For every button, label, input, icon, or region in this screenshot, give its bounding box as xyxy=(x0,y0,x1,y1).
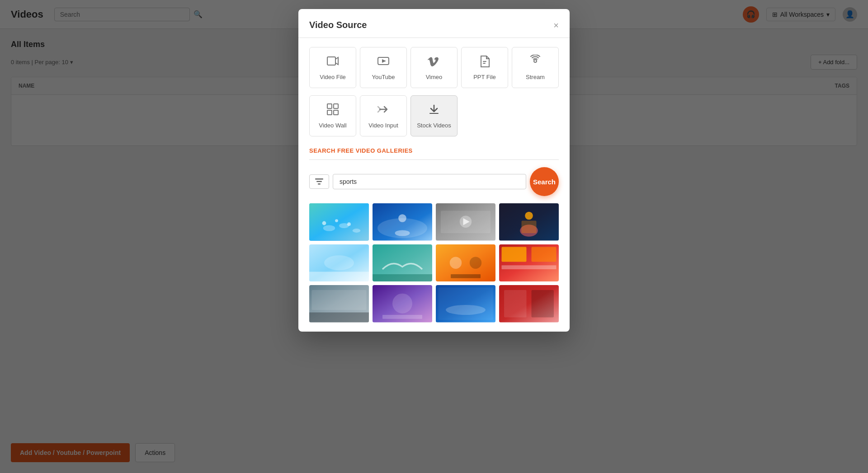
source-item-video-input-label: Video Input xyxy=(368,122,398,129)
video-thumb-2[interactable] xyxy=(373,203,432,241)
svg-point-34 xyxy=(324,255,354,270)
video-results-grid xyxy=(309,203,559,323)
source-grid-row1: Video File YouTube xyxy=(309,47,559,88)
divider xyxy=(309,159,559,160)
svg-rect-40 xyxy=(451,274,481,278)
modal-header: Video Source × xyxy=(298,9,570,38)
svg-rect-44 xyxy=(502,265,557,269)
gallery-search-input[interactable] xyxy=(333,174,526,189)
search-bar: Search xyxy=(309,167,559,196)
video-thumb-3[interactable] xyxy=(436,203,495,241)
svg-point-39 xyxy=(470,257,481,268)
svg-rect-11 xyxy=(316,181,322,183)
svg-rect-7 xyxy=(327,110,332,115)
ppt-file-icon xyxy=(478,55,491,70)
svg-rect-10 xyxy=(315,178,323,180)
svg-rect-13 xyxy=(309,203,369,241)
svg-point-18 xyxy=(335,219,338,222)
video-thumb-4[interactable] xyxy=(499,203,559,241)
svg-rect-6 xyxy=(334,104,338,108)
video-thumb-11[interactable] xyxy=(436,285,495,323)
video-wall-icon xyxy=(326,103,339,118)
vimeo-icon xyxy=(428,55,440,70)
svg-rect-9 xyxy=(429,113,439,114)
svg-rect-52 xyxy=(439,288,493,320)
video-thumb-5[interactable] xyxy=(309,244,369,282)
modal-close-button[interactable]: × xyxy=(553,21,559,30)
modal-title: Video Source xyxy=(309,20,367,30)
stock-videos-icon xyxy=(428,103,440,118)
search-button[interactable]: Search xyxy=(530,167,559,196)
svg-point-19 xyxy=(347,222,351,226)
svg-rect-5 xyxy=(327,104,332,108)
video-source-modal: Video Source × Video File xyxy=(298,9,570,332)
video-thumb-1[interactable] xyxy=(309,203,369,241)
svg-rect-55 xyxy=(504,290,527,318)
source-item-video-wall[interactable]: Video Wall xyxy=(309,95,356,136)
source-item-youtube[interactable]: YouTube xyxy=(360,47,407,88)
video-input-icon xyxy=(377,103,390,118)
svg-rect-8 xyxy=(334,110,338,115)
svg-point-16 xyxy=(353,229,361,233)
source-item-stock-videos[interactable]: Stock Videos xyxy=(410,95,458,136)
modal-body: Video File YouTube xyxy=(298,38,570,332)
modal-overlay[interactable]: Video Source × Video File xyxy=(0,0,868,473)
svg-rect-43 xyxy=(532,247,557,262)
source-item-video-input[interactable]: Video Input xyxy=(360,95,407,136)
svg-rect-3 xyxy=(483,61,486,62)
svg-point-49 xyxy=(392,294,412,314)
video-thumb-9[interactable] xyxy=(309,285,369,323)
svg-point-29 xyxy=(525,212,533,220)
video-thumb-12[interactable] xyxy=(499,285,559,323)
svg-rect-46 xyxy=(309,313,369,323)
source-item-video-wall-label: Video Wall xyxy=(319,122,346,129)
source-item-stock-videos-label: Stock Videos xyxy=(417,122,451,129)
video-thumb-7[interactable] xyxy=(436,244,495,282)
search-galleries-label: SEARCH FREE VIDEO GALLERIES xyxy=(309,147,559,154)
svg-point-38 xyxy=(450,257,462,268)
svg-point-22 xyxy=(398,214,406,222)
youtube-icon xyxy=(377,55,390,70)
source-item-video-file[interactable]: Video File xyxy=(309,47,356,88)
source-item-stream[interactable]: Stream xyxy=(512,47,559,88)
source-grid-row2: Video Wall Video Input xyxy=(309,95,559,136)
source-item-video-file-label: Video File xyxy=(320,74,346,80)
svg-point-23 xyxy=(395,230,410,236)
source-item-ppt-label: PPT File xyxy=(473,74,496,80)
svg-rect-12 xyxy=(318,183,321,185)
svg-rect-47 xyxy=(312,290,367,310)
stream-icon xyxy=(529,55,542,70)
svg-point-14 xyxy=(323,225,335,231)
svg-rect-4 xyxy=(483,63,486,64)
source-item-stream-label: Stream xyxy=(526,74,545,80)
search-button-label: Search xyxy=(533,178,556,186)
svg-rect-36 xyxy=(373,274,432,282)
filter-icon xyxy=(315,178,323,185)
svg-marker-2 xyxy=(382,59,386,63)
source-item-vimeo-label: Vimeo xyxy=(426,74,443,80)
svg-point-53 xyxy=(446,305,486,315)
svg-rect-42 xyxy=(502,247,527,262)
source-item-ppt-file[interactable]: PPT File xyxy=(461,47,508,88)
video-thumb-8[interactable] xyxy=(499,244,559,282)
svg-rect-56 xyxy=(532,290,554,318)
svg-point-17 xyxy=(322,221,326,225)
svg-rect-0 xyxy=(327,57,335,65)
video-thumb-10[interactable] xyxy=(373,285,432,323)
svg-rect-50 xyxy=(382,315,422,319)
filter-button[interactable] xyxy=(309,174,329,189)
video-file-icon xyxy=(326,55,339,70)
svg-rect-33 xyxy=(309,272,369,281)
video-thumb-6[interactable] xyxy=(373,244,432,282)
svg-rect-31 xyxy=(522,221,537,234)
source-item-vimeo[interactable]: Vimeo xyxy=(410,47,458,88)
source-item-youtube-label: YouTube xyxy=(372,74,395,80)
